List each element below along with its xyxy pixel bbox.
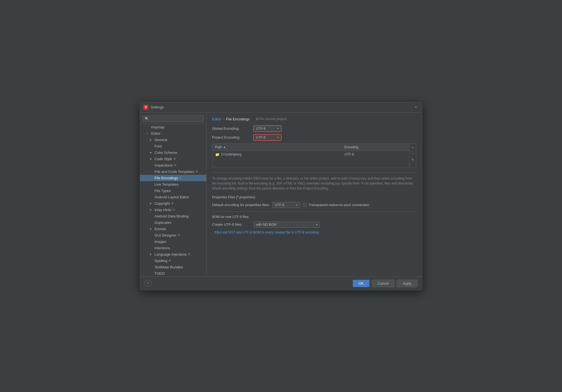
sidebar-item-label: Spelling xyxy=(154,259,167,263)
table-row[interactable]: 📁 D:\code\jeecg UTF-8 xyxy=(212,151,409,158)
sidebar-item-language-injections[interactable]: ▶ Language Injections ⚙ xyxy=(140,251,206,258)
breadcrumb-current: File Encodings xyxy=(226,117,249,121)
global-encoding-dropdown-wrapper: UTF-8 xyxy=(254,126,281,132)
sidebar-item-label: TODO xyxy=(154,271,165,276)
sidebar-item-editor[interactable]: ▾ Editor xyxy=(140,130,206,137)
sidebar-item-label: File Encodings xyxy=(154,176,178,180)
dialog-title: Settings xyxy=(151,105,164,109)
chevron-right-icon: ▶ xyxy=(150,138,153,141)
footer-right: OK Cancel Apply xyxy=(353,280,417,287)
sidebar-item-label: Language Injections xyxy=(154,252,187,256)
sidebar-item-android-data-binding[interactable]: Android Data Binding xyxy=(140,213,206,219)
sidebar-item-emmet[interactable]: ▶ Emmet xyxy=(140,226,206,232)
sidebar-item-inlay-hints[interactable]: ▶ Inlay Hints ⚙ xyxy=(140,207,206,213)
settings-icon: ⚙ xyxy=(195,170,198,173)
remove-path-button[interactable]: − xyxy=(410,151,416,156)
settings-icon: ⚙ xyxy=(188,253,190,256)
chevron-down-icon: ▾ xyxy=(147,132,150,135)
project-encoding-select[interactable]: UTF-8 xyxy=(254,134,281,141)
chevron-right-icon: ▶ xyxy=(150,253,153,256)
chevron-right-icon: ▶ xyxy=(150,208,153,211)
sidebar-item-live-templates[interactable]: Live Templates xyxy=(140,181,206,188)
for-project-label: ⊞ For current project xyxy=(256,117,287,121)
sidebar-item-label: Intentions xyxy=(154,246,170,250)
dialog-footer: ? OK Cancel Apply xyxy=(140,277,422,290)
transparent-checkbox[interactable] xyxy=(303,203,307,207)
sidebar-item-label: Inlay Hints xyxy=(154,208,171,212)
chevron-right-icon: ▶ xyxy=(150,227,153,230)
breadcrumb-parent[interactable]: Editor xyxy=(212,117,221,121)
title-bar: U Settings × xyxy=(140,102,422,113)
global-encoding-select[interactable]: UTF-8 xyxy=(254,126,281,132)
cancel-button[interactable]: Cancel xyxy=(372,280,395,287)
properties-encoding-select[interactable]: UTF-8 xyxy=(272,202,300,208)
sidebar-item-gui-designer[interactable]: GUI Designer ⚙ xyxy=(140,232,206,238)
sidebar-item-duplicates[interactable]: Duplicates xyxy=(140,219,206,226)
sidebar-item-label: Images xyxy=(154,240,166,244)
section-divider xyxy=(212,211,416,212)
settings-icon: ⚙ xyxy=(171,202,174,205)
search-box xyxy=(140,114,206,124)
sidebar-item-android-layout-editor[interactable]: Android Layout Editor xyxy=(140,194,206,200)
sidebar-item-keymap[interactable]: Keymap xyxy=(140,124,206,130)
sidebar-item-file-types[interactable]: File Types xyxy=(140,188,206,194)
table-side-actions: + − ✎ xyxy=(409,144,416,168)
sidebar-item-spelling[interactable]: Spelling ⚙ xyxy=(140,258,206,264)
close-button[interactable]: × xyxy=(413,105,419,110)
sidebar-item-label: Editor xyxy=(151,131,161,136)
sidebar-item-code-style[interactable]: ▶ Code Style ⚙ xyxy=(140,156,206,162)
properties-section-title: Properties Files (*.properties) xyxy=(212,195,416,199)
ok-button[interactable]: OK xyxy=(353,280,370,287)
sidebar-item-copyright[interactable]: ▶ Copyright ⚙ xyxy=(140,200,206,207)
chevron-right-icon: ▶ xyxy=(150,202,153,205)
sidebar-item-label: Keymap xyxy=(151,125,164,129)
search-input[interactable] xyxy=(142,115,204,122)
sidebar-item-label: Emmet xyxy=(154,227,166,231)
sidebar-item-general[interactable]: ▶ General xyxy=(140,137,206,143)
sidebar-item-todo[interactable]: TODO xyxy=(140,270,206,277)
bom-note-prefix: IDEA will NOT add xyxy=(214,230,243,234)
sidebar-item-color-scheme[interactable]: ▶ Color Scheme xyxy=(140,149,206,156)
bom-row: Create UTF-8 files: with NO BOM with BOM… xyxy=(212,222,416,228)
table-header-path[interactable]: Path ▲ xyxy=(212,144,342,151)
table-cell-encoding: UTF-8 xyxy=(342,151,409,158)
bom-note: IDEA will NOT add UTF-8 BOM to every cre… xyxy=(212,230,416,234)
create-utf8-label: Create UTF-8 files: xyxy=(212,222,251,227)
sidebar-item-inspections[interactable]: Inspections ⚙ xyxy=(140,162,206,168)
chevron-right-icon: ▶ xyxy=(150,151,153,154)
table-header: Path ▲ Encoding xyxy=(212,144,409,151)
bom-section: BOM for new UTF-8 files Create UTF-8 fil… xyxy=(212,215,416,234)
sidebar-item-font[interactable]: Font xyxy=(140,143,206,149)
bom-note-link: UTF-8 BOM xyxy=(243,230,261,234)
sidebar-item-label: Code Style xyxy=(154,157,172,161)
sidebar-item-label: GUI Designer xyxy=(154,233,176,237)
global-encoding-label: Global Encoding: xyxy=(212,126,251,131)
sidebar-item-textmate-bundles[interactable]: TextMate Bundles xyxy=(140,264,206,270)
settings-icon: ⚙ xyxy=(177,233,180,237)
footer-left: ? xyxy=(145,280,151,287)
bom-dropdown-wrapper: with NO BOM with BOM with BOM if require… xyxy=(254,222,320,228)
sidebar-item-file-and-code-templates[interactable]: File and Code Templates ⚙ xyxy=(140,168,206,175)
transparent-checkbox-label[interactable]: Transparent native-to-ascii conversion xyxy=(303,203,369,207)
sidebar-item-label: Android Layout Editor xyxy=(154,195,189,199)
sidebar-item-label: Inspections xyxy=(154,163,173,167)
encoding-value: UTF-8 xyxy=(344,152,354,156)
sidebar-item-images[interactable]: Images xyxy=(140,238,206,245)
sidebar-item-file-encodings[interactable]: File Encodings ⚙ xyxy=(140,175,206,181)
sidebar-item-label: General xyxy=(154,138,167,142)
edit-path-button[interactable]: ✎ xyxy=(410,157,416,162)
bom-note-suffix: to every created file in UTF-8 encoding xyxy=(261,230,319,234)
sidebar-item-label: Font xyxy=(154,144,162,148)
table-header-encoding[interactable]: Encoding xyxy=(342,144,409,151)
apply-button[interactable]: Apply xyxy=(397,280,417,287)
sidebar-item-label: Copyright xyxy=(154,201,170,206)
transparent-label: Transparent native-to-ascii conversion xyxy=(308,203,369,207)
folder-icon: 📁 xyxy=(215,152,220,157)
bom-dropdown[interactable]: with NO BOM with BOM with BOM if require… xyxy=(254,222,320,228)
sidebar-item-intentions[interactable]: Intentions xyxy=(140,245,206,251)
add-path-button[interactable]: + xyxy=(410,145,416,150)
help-button[interactable]: ? xyxy=(145,280,151,287)
title-bar-left: U Settings xyxy=(143,105,164,110)
chevron-right-icon: ▶ xyxy=(150,157,153,160)
settings-icon: ⚙ xyxy=(168,259,171,263)
